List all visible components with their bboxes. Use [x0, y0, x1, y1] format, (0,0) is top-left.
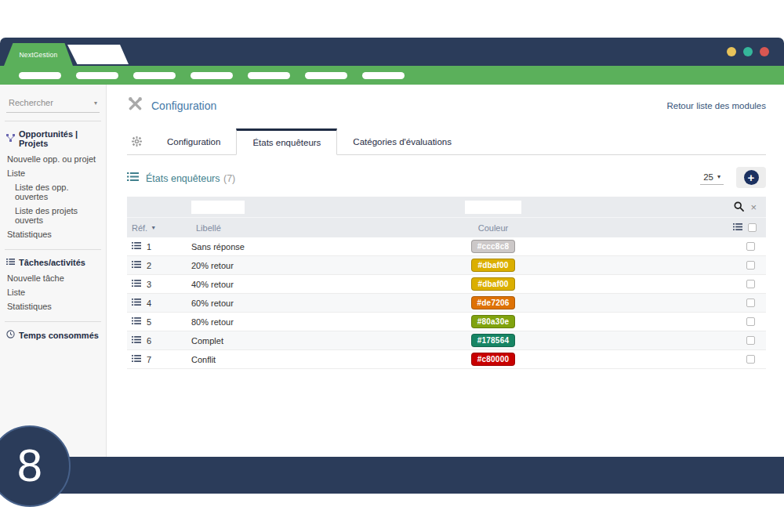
row-color-badge: #de7206 [471, 296, 516, 309]
row-checkbox[interactable] [746, 317, 755, 326]
row-handle-icon[interactable] [132, 335, 141, 346]
select-all-checkbox[interactable] [748, 223, 757, 232]
sidebar-item-statistiques-opp[interactable]: Statistiques [6, 227, 100, 241]
brand-slash-decoration [67, 45, 129, 64]
plus-icon: + [744, 170, 759, 185]
row-color-badge: #dbaf00 [471, 277, 514, 291]
row-label: 60% retour [191, 299, 426, 308]
row-ref: 2 [147, 261, 151, 270]
menubar-item-pill[interactable] [248, 72, 290, 79]
clear-filter-icon[interactable]: × [750, 202, 757, 212]
menubar-item-pill[interactable] [76, 72, 118, 79]
row-color-badge: #80a30e [471, 315, 515, 328]
row-handle-icon[interactable] [132, 279, 141, 289]
page-size-value: 25 [703, 172, 713, 182]
list-view-icon[interactable] [733, 223, 742, 233]
row-label: Conflit [191, 355, 426, 364]
list-title-wrap: États enquêteurs (7) [127, 171, 235, 185]
sidebar-search-select[interactable]: Rechercher ▾ [6, 96, 100, 113]
divider [5, 249, 101, 250]
sidebar-section-title[interactable]: Temps consommés [19, 331, 99, 340]
row-ref: 1 [147, 242, 151, 252]
sidebar-item-liste-projets-ouverts[interactable]: Liste des projets ouverts [6, 204, 100, 227]
menubar-item-pill[interactable] [305, 72, 347, 79]
row-handle-icon[interactable] [132, 298, 141, 308]
window-control-dot[interactable] [727, 47, 736, 56]
sidebar-item-statistiques-taches[interactable]: Statistiques [6, 299, 100, 313]
sidebar-search-placeholder: Rechercher [9, 98, 53, 107]
main-menubar [0, 66, 784, 85]
menubar-item-pill[interactable] [362, 72, 405, 79]
row-ref: 4 [147, 299, 151, 308]
filter-libelle-input[interactable] [191, 201, 245, 214]
tab-categories-evaluations[interactable]: Catégories d'évaluations [337, 128, 467, 154]
row-label: Complet [191, 336, 426, 346]
column-header-couleur[interactable]: Couleur [426, 223, 560, 233]
tab-configuration[interactable]: Configuration [151, 128, 236, 154]
table-row[interactable]: 5 80% retour #80a30e [127, 313, 766, 331]
tab-etats-enqueteurs[interactable]: États enquêteurs [236, 128, 337, 155]
add-record-button[interactable]: + [736, 167, 766, 188]
search-icon[interactable] [734, 201, 744, 213]
hierarchy-icon [6, 134, 15, 144]
row-checkbox[interactable] [746, 336, 755, 345]
table-row[interactable]: 2 20% retour #dbaf00 [127, 256, 766, 275]
page-header: Configuration Retour liste des modules [127, 96, 766, 115]
footer-bar [0, 457, 784, 494]
content-area: Rechercher ▾ Opportunités | Projets Nouv… [0, 85, 784, 457]
menubar-item-pill[interactable] [19, 72, 61, 79]
sidebar-item-liste-opp-ouvertes[interactable]: Liste des opp. ouvertes [6, 180, 100, 204]
table-filter-row: × [127, 197, 766, 218]
filter-couleur-input[interactable] [465, 201, 521, 214]
row-handle-icon[interactable] [132, 260, 141, 270]
row-ref: 5 [147, 317, 151, 327]
menubar-item-pill[interactable] [191, 72, 233, 79]
task-list-icon [6, 258, 15, 267]
table-row[interactable]: 1 Sans réponse #ccc8c8 [127, 237, 766, 256]
row-checkbox[interactable] [746, 242, 755, 251]
titlebar: NextGestion [0, 38, 784, 66]
row-ref: 7 [147, 355, 151, 364]
row-handle-icon[interactable] [132, 354, 141, 364]
row-checkbox[interactable] [746, 299, 755, 307]
row-handle-icon[interactable] [132, 241, 141, 252]
menubar-item-pill[interactable] [133, 72, 176, 79]
window-controls [727, 47, 769, 56]
row-checkbox[interactable] [746, 355, 755, 364]
sidebar-item-nouvelle-tache[interactable]: Nouvelle tâche [6, 271, 100, 285]
sidebar-section-title[interactable]: Opportunités | Projets [19, 129, 100, 148]
sort-desc-icon: ▼ [151, 225, 156, 230]
sidebar-item-liste-opp[interactable]: Liste [6, 166, 100, 180]
row-handle-icon[interactable] [132, 317, 141, 327]
list-title: États enquêteurs [146, 173, 220, 184]
table-row[interactable]: 6 Complet #178564 [127, 331, 766, 350]
row-ref: 3 [147, 280, 151, 289]
table-row[interactable]: 7 Conflit #c80000 [127, 350, 766, 369]
row-checkbox[interactable] [746, 261, 755, 270]
chevron-down-icon: ▾ [717, 173, 720, 180]
window-control-dot[interactable] [743, 47, 753, 56]
sidebar-section-title[interactable]: Tâches/activités [19, 258, 85, 267]
row-label: Sans réponse [191, 242, 426, 252]
window-control-dot[interactable] [760, 47, 769, 56]
clock-icon [6, 330, 15, 340]
column-header-libelle[interactable]: Libellé [191, 223, 426, 233]
brand-logo: NextGestion [4, 43, 73, 66]
sidebar-item-nouvelle-opp[interactable]: Nouvelle opp. ou projet [6, 152, 100, 166]
sidebar-section-taches: Tâches/activités [6, 258, 100, 267]
screenshot-canvas: NextGestion Rechercher ▾ Opportunités | … [0, 0, 784, 532]
sidebar: Rechercher ▾ Opportunités | Projets Nouv… [0, 85, 107, 457]
list-header: États enquêteurs (7) 25 ▾ + [127, 167, 766, 188]
sidebar-item-liste-taches[interactable]: Liste [6, 285, 100, 299]
row-color-badge: #dbaf00 [471, 259, 514, 272]
back-to-modules-link[interactable]: Retour liste des modules [666, 101, 766, 110]
table-row[interactable]: 3 40% retour #dbaf00 [127, 275, 766, 294]
row-label: 40% retour [191, 280, 426, 289]
row-checkbox[interactable] [746, 280, 755, 288]
gear-icon[interactable] [127, 128, 151, 154]
column-header-ref[interactable]: Réf. ▼ [127, 223, 191, 233]
sidebar-section-opportunites: Opportunités | Projets [6, 129, 100, 148]
page-size-select[interactable]: 25 ▾ [700, 171, 724, 185]
row-color-badge: #178564 [471, 334, 515, 347]
table-row[interactable]: 4 60% retour #de7206 [127, 294, 766, 313]
